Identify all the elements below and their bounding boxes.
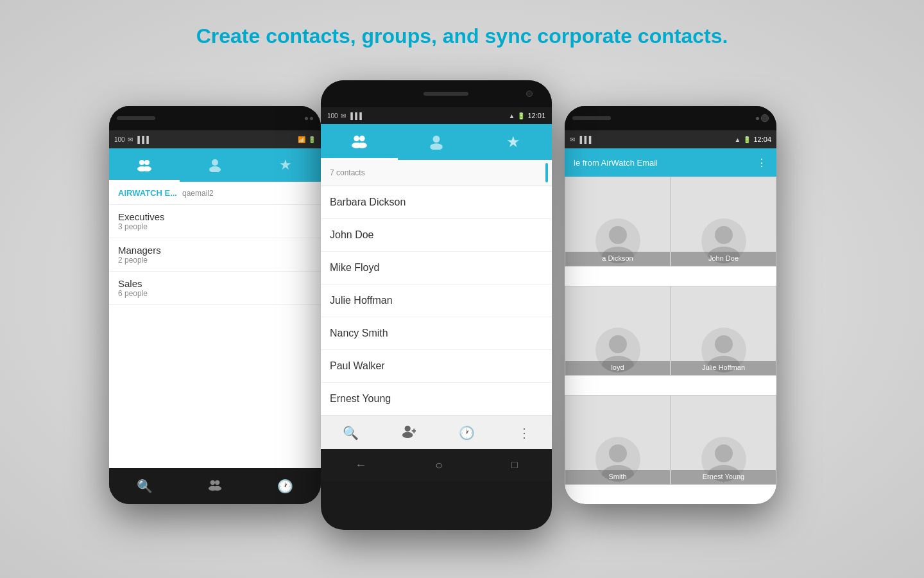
group-executives-name: Executives	[118, 211, 312, 222]
right-contact-name-1: John Doe	[671, 252, 776, 266]
right-contact-name-5: Ernest Young	[671, 470, 776, 484]
left-tab-contacts[interactable]	[180, 148, 250, 182]
center-phone-top-bar	[321, 80, 552, 107]
center-tab-groups[interactable]	[321, 124, 398, 160]
left-phone-top-bar	[109, 106, 321, 130]
right-contact-1[interactable]: John Doe	[671, 177, 776, 267]
right-time: 12:04	[753, 136, 771, 143]
svg-point-10	[354, 136, 359, 141]
svg-point-1	[144, 160, 150, 165]
right-contact-name-0: a Dickson	[565, 252, 670, 266]
svg-point-4	[212, 159, 218, 166]
right-speaker	[572, 116, 611, 120]
action-more-icon[interactable]: ⋮	[518, 425, 531, 441]
svg-point-17	[402, 432, 413, 438]
right-contact-name-4: Smith	[565, 470, 670, 484]
svg-point-16	[404, 426, 410, 432]
center-tab-bar: ★	[321, 124, 552, 160]
battery-icon: 100	[114, 136, 125, 143]
account-row[interactable]: AIRWATCH E... qaemail2	[109, 182, 321, 205]
right-status-left: ✉ ▐▐▐	[570, 136, 591, 143]
group-managers[interactable]: Managers 2 people	[109, 238, 321, 272]
left-content-area: AIRWATCH E... qaemail2 Executives 3 peop…	[109, 182, 321, 468]
contact-paul[interactable]: Paul Walker	[321, 350, 552, 383]
signal-icon: ▐▐▐	[135, 136, 149, 143]
right-contact-3[interactable]: Julie Hoffman	[671, 286, 776, 376]
right-contact-4[interactable]: Smith	[565, 395, 671, 485]
battery-icon-left: 🔋	[308, 136, 316, 143]
center-nav-bar: ← ○ □	[321, 449, 552, 481]
left-status-right: 📶 🔋	[298, 136, 316, 143]
center-battery-icon: 🔋	[517, 112, 525, 119]
svg-point-14	[433, 136, 440, 143]
scroll-bar-indicator	[545, 163, 548, 182]
svg-point-15	[430, 143, 443, 150]
svg-point-7	[215, 480, 219, 484]
svg-rect-19	[413, 428, 415, 433]
action-add-contact-icon[interactable]	[402, 424, 416, 441]
page-title: Create contacts, groups, and sync corpor…	[0, 0, 924, 67]
left-tab-favorites[interactable]: ★	[250, 148, 321, 182]
svg-point-13	[357, 143, 367, 148]
nav-back-icon[interactable]: ←	[355, 459, 366, 472]
right-app-bar: le from AirWatch Email ⋮	[565, 148, 776, 177]
contacts-count-row: 7 contacts	[321, 160, 552, 186]
phones-container: 100 ✉ ▐▐▐ 📶 🔋	[0, 67, 924, 536]
account-email: qaemail2	[182, 189, 214, 198]
right-contact-name-3: Julie Hoffman	[671, 361, 776, 375]
nav-recents-icon[interactable]: □	[511, 459, 518, 471]
center-tab-contacts[interactable]	[398, 124, 475, 160]
right-contact-name-2: loyd	[565, 361, 670, 375]
center-status-right: ▲ 🔋 12:01	[509, 112, 545, 119]
center-time: 12:01	[527, 112, 545, 119]
left-groups-icon[interactable]	[208, 478, 222, 495]
center-battery-num: 100	[327, 112, 338, 119]
left-status-left: 100 ✉ ▐▐▐	[114, 136, 149, 143]
group-sales-count: 6 people	[118, 289, 312, 298]
left-clock-icon[interactable]: 🕐	[277, 478, 293, 494]
svg-point-11	[359, 136, 365, 141]
contact-barbara[interactable]: Barbara Dickson	[321, 186, 552, 219]
contact-john[interactable]: John Doe	[321, 219, 552, 252]
contact-nancy[interactable]: Nancy Smith	[321, 317, 552, 350]
left-bottom-bar: 🔍 🕐	[109, 468, 321, 504]
group-executives-count: 3 people	[118, 222, 312, 231]
right-phone-top-bar	[565, 106, 776, 130]
left-status-bar: 100 ✉ ▐▐▐ 📶 🔋	[109, 130, 321, 148]
contact-list: Barbara Dickson John Doe Mike Floyd Juli…	[321, 186, 552, 416]
center-mail-icon: ✉	[341, 112, 346, 119]
right-contact-2[interactable]: loyd	[565, 286, 671, 376]
nav-home-icon[interactable]: ○	[435, 458, 443, 473]
center-wifi-icon: ▲	[509, 112, 515, 119]
right-app-bar-title: le from AirWatch Email	[574, 158, 658, 168]
left-tab-groups[interactable]	[109, 148, 180, 182]
center-tab-favorites[interactable]: ★	[475, 124, 552, 160]
wifi-icon-left: 📶	[298, 136, 305, 143]
left-search-icon[interactable]: 🔍	[137, 478, 153, 494]
contact-mike[interactable]: Mike Floyd	[321, 252, 552, 285]
svg-point-0	[139, 160, 144, 165]
left-top-dots	[305, 117, 313, 120]
right-contact-0[interactable]: a Dickson	[565, 177, 671, 267]
contact-julie[interactable]: Julie Hoffman	[321, 285, 552, 317]
right-contact-5[interactable]: Ernest Young	[671, 395, 776, 485]
left-tab-bar: ★	[109, 148, 321, 182]
svg-point-6	[210, 480, 215, 484]
phone-center: 100 ✉ ▐▐▐ ▲ 🔋 12:01	[321, 80, 552, 530]
mail-icon: ✉	[128, 136, 133, 143]
action-clock-icon[interactable]: 🕐	[459, 425, 475, 441]
group-managers-name: Managers	[118, 245, 312, 256]
contact-ernest[interactable]: Ernest Young	[321, 383, 552, 416]
account-name: AIRWATCH E...	[118, 188, 177, 198]
center-signal-bars: ▐▐▐	[348, 112, 362, 119]
right-more-icon[interactable]: ⋮	[757, 157, 767, 169]
svg-point-3	[142, 166, 151, 171]
center-bottom-action-bar: 🔍 🕐 ⋮	[321, 416, 552, 449]
right-mail-icon: ✉	[570, 136, 575, 143]
right-contacts-grid: a Dickson John Doe loyd	[565, 177, 776, 504]
right-signal-icon: ▐▐▐	[578, 136, 591, 143]
group-sales[interactable]: Sales 6 people	[109, 272, 321, 305]
action-search-icon[interactable]: 🔍	[343, 425, 359, 441]
group-executives[interactable]: Executives 3 people	[109, 205, 321, 238]
group-managers-count: 2 people	[118, 256, 312, 265]
